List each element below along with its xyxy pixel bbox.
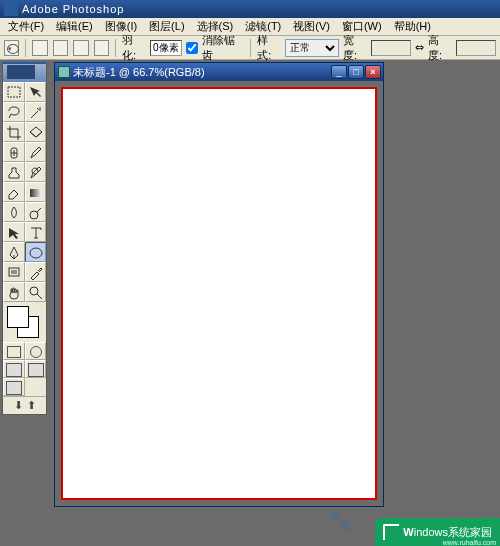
width-input: [371, 40, 411, 56]
document-title: 未标题-1 @ 66.7%(RGB/8): [73, 65, 331, 80]
document-window: 未标题-1 @ 66.7%(RGB/8) _ □ ×: [54, 62, 384, 507]
tool-gradient[interactable]: [25, 182, 47, 202]
tool-blur[interactable]: [3, 202, 25, 222]
close-button[interactable]: ×: [365, 65, 381, 79]
app-icon: [4, 2, 18, 16]
separator: [115, 39, 116, 57]
screen-standard-button[interactable]: [3, 360, 25, 378]
jump-down-icon: ⬇: [14, 399, 23, 412]
tool-zoom[interactable]: [25, 282, 47, 302]
height-label: 高度:: [428, 33, 452, 63]
tool-shape-ellipse[interactable]: [25, 242, 47, 262]
svg-rect-5: [9, 268, 19, 276]
svg-rect-0: [8, 87, 20, 97]
photoshop-logo-icon: [7, 65, 35, 79]
tool-crop[interactable]: [3, 122, 25, 142]
tool-slice[interactable]: [25, 122, 47, 142]
screen-full-button[interactable]: [3, 378, 25, 396]
tool-move[interactable]: [25, 82, 47, 102]
tool-path-select[interactable]: [3, 222, 25, 242]
tool-hand[interactable]: [3, 282, 25, 302]
app-title: Adobe Photoshop: [22, 3, 124, 15]
svg-point-6: [30, 287, 38, 295]
link-icon: ⇔: [415, 41, 424, 54]
style-select[interactable]: 正常: [285, 39, 339, 57]
tool-magic-wand[interactable]: [25, 102, 47, 122]
standard-mode-button[interactable]: [3, 342, 25, 360]
style-label: 样式:: [257, 33, 281, 63]
watermark-text: Windows系统家园: [403, 524, 492, 540]
selection-intersect-button[interactable]: [94, 40, 109, 56]
document-titlebar[interactable]: 未标题-1 @ 66.7%(RGB/8) _ □ ×: [55, 63, 383, 81]
separator: [25, 39, 26, 57]
jump-up-icon: ⬆: [27, 399, 36, 412]
menu-layer[interactable]: 图层(L): [143, 19, 190, 34]
tool-eraser[interactable]: [3, 182, 25, 202]
tool-notes[interactable]: [3, 262, 25, 282]
menu-view[interactable]: 视图(V): [287, 19, 336, 34]
document-icon: [58, 66, 70, 78]
feather-label: 羽化:: [122, 33, 146, 63]
selection-subtract-button[interactable]: [73, 40, 88, 56]
selection-new-button[interactable]: [32, 40, 47, 56]
watermark-url: www.ruhaifu.com: [443, 539, 496, 546]
tool-marquee-rect[interactable]: [3, 82, 25, 102]
toolbox-header[interactable]: [3, 64, 46, 82]
options-bar: 羽化: 消除锯齿 样式: 正常 宽度: ⇔ 高度:: [0, 36, 500, 60]
canvas-area: [55, 81, 383, 506]
tool-lasso[interactable]: [3, 102, 25, 122]
jump-to-imageready[interactable]: ⬇ ⬆: [3, 396, 46, 414]
tool-pen[interactable]: [3, 242, 25, 262]
foreground-color-swatch[interactable]: [7, 306, 29, 328]
width-label: 宽度:: [343, 33, 367, 63]
separator: [250, 39, 251, 57]
selection-add-button[interactable]: [53, 40, 68, 56]
tool-eyedropper[interactable]: [25, 262, 47, 282]
tool-dodge[interactable]: [25, 202, 47, 222]
paw-watermark-icon: 🐾: [327, 508, 352, 532]
tool-history-brush[interactable]: [25, 162, 47, 182]
toolbox: ⬇ ⬆: [2, 62, 47, 415]
svg-point-4: [30, 248, 42, 258]
menu-edit[interactable]: 编辑(E): [50, 19, 99, 34]
tool-stamp[interactable]: [3, 162, 25, 182]
menu-file[interactable]: 文件(F): [2, 19, 50, 34]
tool-brush[interactable]: [25, 142, 47, 162]
svg-rect-2: [30, 189, 42, 197]
tool-preset-picker[interactable]: [4, 40, 19, 56]
feather-input[interactable]: [150, 40, 182, 56]
height-input: [456, 40, 496, 56]
svg-point-3: [30, 211, 38, 219]
minimize-button[interactable]: _: [331, 65, 347, 79]
canvas[interactable]: [61, 87, 377, 500]
antialias-checkbox[interactable]: [186, 42, 198, 54]
screen-full-menu-button[interactable]: [25, 360, 47, 378]
color-swatches: [3, 302, 46, 342]
watermark-badge: Windows系统家园 www.ruhaifu.com: [375, 518, 500, 546]
app-titlebar: Adobe Photoshop: [0, 0, 500, 18]
menubar: 文件(F) 编辑(E) 图像(I) 图层(L) 选择(S) 滤镜(T) 视图(V…: [0, 18, 500, 36]
antialias-label: 消除锯齿: [202, 33, 244, 63]
maximize-button[interactable]: □: [348, 65, 364, 79]
tool-type[interactable]: [25, 222, 47, 242]
quickmask-mode-button[interactable]: [25, 342, 47, 360]
tool-healing-brush[interactable]: [3, 142, 25, 162]
